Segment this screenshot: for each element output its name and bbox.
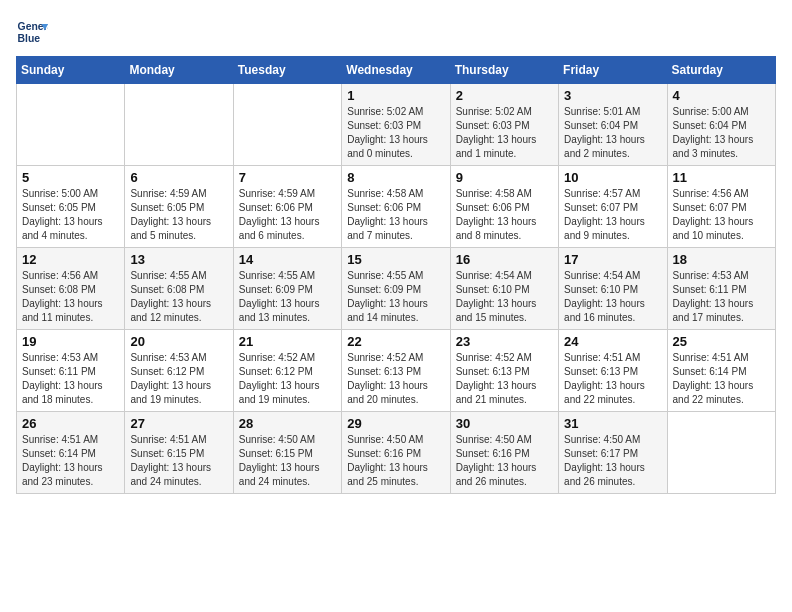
day-number: 31 — [564, 416, 661, 431]
day-cell: 11Sunrise: 4:56 AM Sunset: 6:07 PM Dayli… — [667, 166, 775, 248]
col-header-saturday: Saturday — [667, 57, 775, 84]
day-cell: 8Sunrise: 4:58 AM Sunset: 6:06 PM Daylig… — [342, 166, 450, 248]
day-cell: 31Sunrise: 4:50 AM Sunset: 6:17 PM Dayli… — [559, 412, 667, 494]
day-cell: 24Sunrise: 4:51 AM Sunset: 6:13 PM Dayli… — [559, 330, 667, 412]
day-info: Sunrise: 4:50 AM Sunset: 6:16 PM Dayligh… — [347, 433, 444, 489]
day-cell: 5Sunrise: 5:00 AM Sunset: 6:05 PM Daylig… — [17, 166, 125, 248]
day-cell: 26Sunrise: 4:51 AM Sunset: 6:14 PM Dayli… — [17, 412, 125, 494]
day-cell: 10Sunrise: 4:57 AM Sunset: 6:07 PM Dayli… — [559, 166, 667, 248]
day-cell: 25Sunrise: 4:51 AM Sunset: 6:14 PM Dayli… — [667, 330, 775, 412]
day-info: Sunrise: 5:02 AM Sunset: 6:03 PM Dayligh… — [456, 105, 553, 161]
day-number: 6 — [130, 170, 227, 185]
day-info: Sunrise: 4:53 AM Sunset: 6:11 PM Dayligh… — [22, 351, 119, 407]
day-info: Sunrise: 4:52 AM Sunset: 6:12 PM Dayligh… — [239, 351, 336, 407]
day-cell: 6Sunrise: 4:59 AM Sunset: 6:05 PM Daylig… — [125, 166, 233, 248]
day-number: 15 — [347, 252, 444, 267]
day-info: Sunrise: 4:51 AM Sunset: 6:14 PM Dayligh… — [673, 351, 770, 407]
col-header-wednesday: Wednesday — [342, 57, 450, 84]
day-number: 28 — [239, 416, 336, 431]
calendar-table: SundayMondayTuesdayWednesdayThursdayFrid… — [16, 56, 776, 494]
day-cell: 28Sunrise: 4:50 AM Sunset: 6:15 PM Dayli… — [233, 412, 341, 494]
col-header-thursday: Thursday — [450, 57, 558, 84]
day-info: Sunrise: 4:58 AM Sunset: 6:06 PM Dayligh… — [456, 187, 553, 243]
day-number: 30 — [456, 416, 553, 431]
day-number: 7 — [239, 170, 336, 185]
day-info: Sunrise: 4:53 AM Sunset: 6:11 PM Dayligh… — [673, 269, 770, 325]
day-number: 12 — [22, 252, 119, 267]
day-cell: 29Sunrise: 4:50 AM Sunset: 6:16 PM Dayli… — [342, 412, 450, 494]
day-info: Sunrise: 4:50 AM Sunset: 6:17 PM Dayligh… — [564, 433, 661, 489]
day-info: Sunrise: 4:50 AM Sunset: 6:15 PM Dayligh… — [239, 433, 336, 489]
page-header: General Blue — [16, 16, 776, 48]
day-cell: 30Sunrise: 4:50 AM Sunset: 6:16 PM Dayli… — [450, 412, 558, 494]
day-number: 27 — [130, 416, 227, 431]
day-info: Sunrise: 4:58 AM Sunset: 6:06 PM Dayligh… — [347, 187, 444, 243]
day-number: 23 — [456, 334, 553, 349]
day-info: Sunrise: 4:56 AM Sunset: 6:07 PM Dayligh… — [673, 187, 770, 243]
day-number: 29 — [347, 416, 444, 431]
day-number: 9 — [456, 170, 553, 185]
day-cell: 19Sunrise: 4:53 AM Sunset: 6:11 PM Dayli… — [17, 330, 125, 412]
calendar-header-row: SundayMondayTuesdayWednesdayThursdayFrid… — [17, 57, 776, 84]
day-cell: 20Sunrise: 4:53 AM Sunset: 6:12 PM Dayli… — [125, 330, 233, 412]
day-number: 10 — [564, 170, 661, 185]
day-info: Sunrise: 4:55 AM Sunset: 6:09 PM Dayligh… — [347, 269, 444, 325]
day-info: Sunrise: 4:57 AM Sunset: 6:07 PM Dayligh… — [564, 187, 661, 243]
day-cell: 16Sunrise: 4:54 AM Sunset: 6:10 PM Dayli… — [450, 248, 558, 330]
day-info: Sunrise: 4:55 AM Sunset: 6:08 PM Dayligh… — [130, 269, 227, 325]
day-cell: 17Sunrise: 4:54 AM Sunset: 6:10 PM Dayli… — [559, 248, 667, 330]
day-info: Sunrise: 4:54 AM Sunset: 6:10 PM Dayligh… — [564, 269, 661, 325]
day-number: 3 — [564, 88, 661, 103]
week-row-5: 26Sunrise: 4:51 AM Sunset: 6:14 PM Dayli… — [17, 412, 776, 494]
day-number: 26 — [22, 416, 119, 431]
day-info: Sunrise: 4:54 AM Sunset: 6:10 PM Dayligh… — [456, 269, 553, 325]
day-number: 24 — [564, 334, 661, 349]
day-cell: 1Sunrise: 5:02 AM Sunset: 6:03 PM Daylig… — [342, 84, 450, 166]
day-info: Sunrise: 4:52 AM Sunset: 6:13 PM Dayligh… — [347, 351, 444, 407]
day-info: Sunrise: 4:56 AM Sunset: 6:08 PM Dayligh… — [22, 269, 119, 325]
week-row-4: 19Sunrise: 4:53 AM Sunset: 6:11 PM Dayli… — [17, 330, 776, 412]
day-info: Sunrise: 5:00 AM Sunset: 6:05 PM Dayligh… — [22, 187, 119, 243]
day-number: 21 — [239, 334, 336, 349]
day-cell — [233, 84, 341, 166]
day-cell — [125, 84, 233, 166]
day-number: 11 — [673, 170, 770, 185]
day-info: Sunrise: 4:59 AM Sunset: 6:06 PM Dayligh… — [239, 187, 336, 243]
day-number: 20 — [130, 334, 227, 349]
day-cell: 2Sunrise: 5:02 AM Sunset: 6:03 PM Daylig… — [450, 84, 558, 166]
week-row-2: 5Sunrise: 5:00 AM Sunset: 6:05 PM Daylig… — [17, 166, 776, 248]
day-info: Sunrise: 4:59 AM Sunset: 6:05 PM Dayligh… — [130, 187, 227, 243]
day-number: 2 — [456, 88, 553, 103]
day-cell: 13Sunrise: 4:55 AM Sunset: 6:08 PM Dayli… — [125, 248, 233, 330]
day-cell: 14Sunrise: 4:55 AM Sunset: 6:09 PM Dayli… — [233, 248, 341, 330]
day-number: 19 — [22, 334, 119, 349]
col-header-monday: Monday — [125, 57, 233, 84]
day-info: Sunrise: 4:51 AM Sunset: 6:13 PM Dayligh… — [564, 351, 661, 407]
day-info: Sunrise: 4:51 AM Sunset: 6:15 PM Dayligh… — [130, 433, 227, 489]
day-cell: 9Sunrise: 4:58 AM Sunset: 6:06 PM Daylig… — [450, 166, 558, 248]
day-info: Sunrise: 4:53 AM Sunset: 6:12 PM Dayligh… — [130, 351, 227, 407]
day-number: 5 — [22, 170, 119, 185]
day-number: 17 — [564, 252, 661, 267]
day-info: Sunrise: 4:51 AM Sunset: 6:14 PM Dayligh… — [22, 433, 119, 489]
day-number: 8 — [347, 170, 444, 185]
day-number: 25 — [673, 334, 770, 349]
day-number: 14 — [239, 252, 336, 267]
day-cell: 18Sunrise: 4:53 AM Sunset: 6:11 PM Dayli… — [667, 248, 775, 330]
col-header-tuesday: Tuesday — [233, 57, 341, 84]
day-cell: 15Sunrise: 4:55 AM Sunset: 6:09 PM Dayli… — [342, 248, 450, 330]
col-header-sunday: Sunday — [17, 57, 125, 84]
day-cell: 27Sunrise: 4:51 AM Sunset: 6:15 PM Dayli… — [125, 412, 233, 494]
day-cell: 21Sunrise: 4:52 AM Sunset: 6:12 PM Dayli… — [233, 330, 341, 412]
day-cell — [17, 84, 125, 166]
day-number: 1 — [347, 88, 444, 103]
logo: General Blue — [16, 16, 52, 48]
day-cell: 7Sunrise: 4:59 AM Sunset: 6:06 PM Daylig… — [233, 166, 341, 248]
week-row-1: 1Sunrise: 5:02 AM Sunset: 6:03 PM Daylig… — [17, 84, 776, 166]
day-cell: 22Sunrise: 4:52 AM Sunset: 6:13 PM Dayli… — [342, 330, 450, 412]
day-number: 16 — [456, 252, 553, 267]
day-cell — [667, 412, 775, 494]
day-info: Sunrise: 5:00 AM Sunset: 6:04 PM Dayligh… — [673, 105, 770, 161]
day-number: 18 — [673, 252, 770, 267]
day-cell: 3Sunrise: 5:01 AM Sunset: 6:04 PM Daylig… — [559, 84, 667, 166]
